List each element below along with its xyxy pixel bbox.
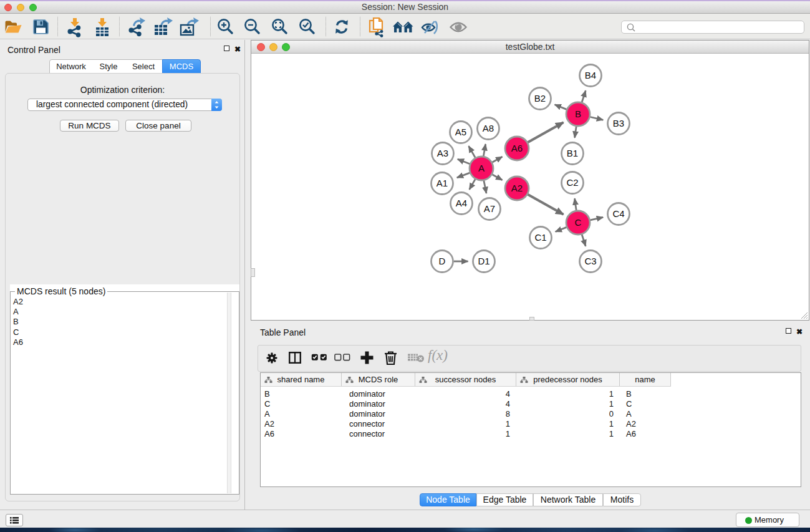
svg-text:A3: A3	[437, 148, 448, 158]
svg-text:A2: A2	[511, 183, 523, 193]
svg-text:B3: B3	[613, 118, 624, 128]
svg-text:C2: C2	[566, 177, 578, 188]
svg-text:B4: B4	[585, 70, 596, 80]
svg-text:A1: A1	[436, 178, 448, 188]
svg-text:C4: C4	[612, 208, 624, 219]
svg-text:C3: C3	[584, 256, 596, 266]
svg-text:D: D	[439, 256, 446, 266]
svg-text:A6: A6	[511, 143, 523, 153]
svg-text:C: C	[575, 217, 582, 228]
svg-text:D1: D1	[478, 256, 489, 266]
svg-text:B1: B1	[567, 148, 578, 158]
svg-text:A7: A7	[484, 203, 495, 214]
svg-text:A5: A5	[455, 127, 466, 137]
svg-text:A8: A8	[483, 123, 494, 133]
svg-text:A4: A4	[456, 198, 467, 208]
svg-text:C1: C1	[534, 232, 546, 243]
svg-text:A: A	[478, 163, 485, 173]
svg-text:B: B	[575, 109, 581, 119]
svg-text:B2: B2	[534, 93, 546, 104]
